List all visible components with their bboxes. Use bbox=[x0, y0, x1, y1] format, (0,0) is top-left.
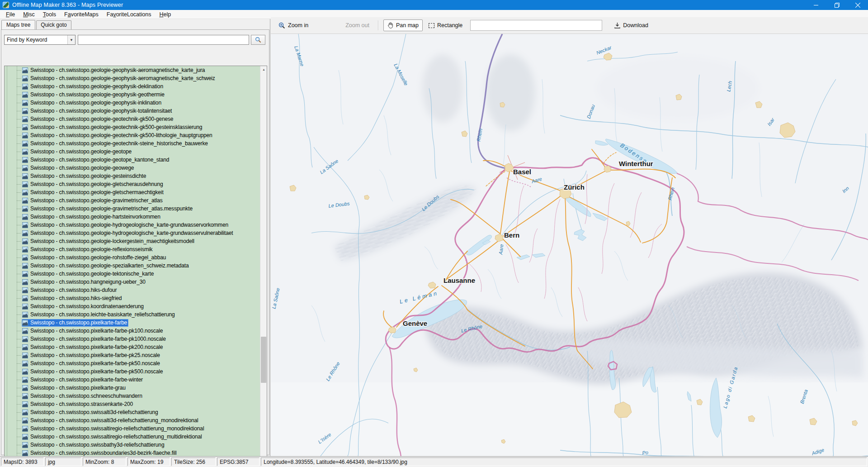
menu-item-favoritelocations[interactable]: FavoriteLocations bbox=[103, 10, 156, 19]
dashed-rectangle-icon bbox=[429, 23, 434, 28]
map-thumbnail-icon bbox=[22, 442, 28, 448]
zoom-in-button[interactable]: Zoom in bbox=[274, 19, 312, 32]
close-button-icon[interactable] bbox=[847, 0, 868, 10]
tree-connector bbox=[17, 396, 21, 396]
tree-item[interactable]: Swisstopo - ch.swisstopo.leichte-basiska… bbox=[5, 310, 260, 319]
menu-item-help[interactable]: Help bbox=[155, 10, 175, 19]
tree-item[interactable]: Swisstopo - ch.swisstopo.geologie-gravim… bbox=[5, 205, 260, 213]
tree-connector bbox=[17, 315, 21, 315]
menu-item-tools[interactable]: Tools bbox=[39, 10, 60, 19]
tree-scrollbar-thumb[interactable] bbox=[261, 337, 266, 383]
tree-item[interactable]: Swisstopo - ch.swisstopo.geologie-geotec… bbox=[5, 115, 260, 123]
tree-item[interactable]: Swisstopo - ch.swisstopo.geologie-geotec… bbox=[5, 123, 260, 131]
tree-item[interactable]: Swisstopo - ch.swisstopo.pixelkarte-farb… bbox=[5, 367, 260, 376]
menu-item-misc[interactable]: Misc bbox=[19, 10, 39, 19]
tree-item[interactable]: Swisstopo - ch.swisstopo.geologie-hartst… bbox=[5, 213, 260, 221]
tree-item-label: Swisstopo - ch.swisstopo.geologie-reflex… bbox=[30, 246, 152, 253]
tree-item[interactable]: Swisstopo - ch.swisstopo.swissalti3d-rel… bbox=[5, 416, 260, 424]
download-button[interactable]: Download bbox=[610, 19, 652, 31]
tree-item[interactable]: Swisstopo - ch.swisstopo.schneeschuhwand… bbox=[5, 392, 260, 400]
tree-item-label: Swisstopo - ch.swisstopo.swissboundaries… bbox=[30, 450, 177, 456]
zoom-out-button[interactable]: Zoom out bbox=[341, 19, 373, 31]
tree-item[interactable]: Swisstopo - ch.swisstopo.geologie-geophy… bbox=[5, 91, 260, 99]
tree-item[interactable]: Swisstopo - ch.swisstopo.geologie-geotop… bbox=[5, 148, 260, 156]
map-thumbnail-icon bbox=[22, 92, 28, 98]
tree-item[interactable]: Swisstopo - ch.swisstopo.pixelkarte-farb… bbox=[5, 351, 260, 359]
tree-item[interactable]: Swisstopo - ch.swisstopo.geologie-geophy… bbox=[5, 74, 260, 82]
title-bar[interactable]: Offline Map Maker 8.363 - Maps Previewer bbox=[0, 0, 868, 10]
tree-item[interactable]: Swisstopo - ch.swisstopo.swissbathy3d-re… bbox=[5, 441, 260, 449]
tree-item[interactable]: Swisstopo - ch.swisstopo.geologie-gletsc… bbox=[5, 180, 260, 188]
tree-item-label: Swisstopo - ch.swisstopo.geologie-geotec… bbox=[30, 140, 208, 147]
tree-item[interactable]: Swisstopo - ch.swisstopo.geologie-locker… bbox=[5, 237, 260, 245]
tree-item[interactable]: Swisstopo - ch.swisstopo.swissaltiregio-… bbox=[5, 424, 260, 433]
tree-item[interactable]: Swisstopo - ch.swisstopo.geologie-gletsc… bbox=[5, 188, 260, 196]
tree-connector bbox=[17, 363, 21, 364]
search-input[interactable] bbox=[78, 35, 249, 45]
map-thumbnail-icon bbox=[22, 190, 28, 195]
tree-item[interactable]: Swisstopo - ch.swisstopo.pixelkarte-farb… bbox=[5, 319, 260, 327]
pan-map-button[interactable]: Pan map bbox=[383, 19, 423, 31]
tree-guide-line bbox=[17, 66, 17, 467]
tree-scrollbar[interactable]: ▲ ▼ bbox=[260, 66, 267, 467]
search-button[interactable] bbox=[251, 35, 265, 45]
tree-item[interactable]: Swisstopo - ch.swisstopo.geologie-geotec… bbox=[5, 139, 260, 148]
maps-tree-page: Find by Keyword ▼ Swisstopo - ch.swissto… bbox=[1, 29, 269, 455]
tree-item[interactable]: Swisstopo - ch.swisstopo.pixelkarte-farb… bbox=[5, 359, 260, 367]
tree-item[interactable]: Swisstopo - ch.swisstopo.geologie-geophy… bbox=[5, 82, 260, 91]
tree-item[interactable]: Swisstopo - ch.swisstopo.geologie-tekton… bbox=[5, 270, 260, 278]
tree-item[interactable]: Swisstopo - ch.swisstopo.hiks-siegfried bbox=[5, 294, 260, 302]
restore-button-icon[interactable] bbox=[826, 0, 847, 10]
map-thumbnail-icon bbox=[22, 255, 28, 261]
map-thumbnail-icon bbox=[22, 76, 28, 81]
map-thumbnail-icon bbox=[22, 344, 28, 350]
tree-item[interactable]: Swisstopo - ch.swisstopo.swissalti3d-rel… bbox=[5, 408, 260, 416]
map-canvas[interactable]: La MarneLa MoselleNeckarDonauLechIsarRhe… bbox=[271, 34, 868, 456]
map-thumbnail-icon bbox=[22, 426, 28, 432]
tree-item[interactable]: Swisstopo - ch.swisstopo.geologie-geotop… bbox=[5, 156, 260, 164]
tree-item[interactable]: Swisstopo - ch.swisstopo.geologie-rohsto… bbox=[5, 253, 260, 262]
tree-item[interactable]: Swisstopo - ch.swisstopo.swissaltiregio-… bbox=[5, 433, 260, 441]
scroll-up-icon[interactable]: ▲ bbox=[260, 66, 267, 73]
tree-item-label: Swisstopo - ch.swisstopo.geologie-hartst… bbox=[30, 214, 160, 220]
map-thumbnail-icon bbox=[22, 198, 28, 204]
find-mode-select[interactable]: Find by Keyword ▼ bbox=[4, 35, 75, 45]
water-label: Aare bbox=[498, 244, 504, 255]
tree-item[interactable]: Swisstopo - ch.swisstopo.koordinatenaend… bbox=[5, 302, 260, 310]
minimize-button-icon[interactable] bbox=[806, 0, 826, 10]
tab-maps-tree[interactable]: Maps tree bbox=[1, 20, 35, 30]
chevron-down-icon[interactable]: ▼ bbox=[67, 35, 75, 44]
tree-item[interactable]: Swisstopo - ch.swisstopo.pixelkarte-farb… bbox=[5, 335, 260, 343]
tree-item[interactable]: Swisstopo - ch.swisstopo.geologie-gravim… bbox=[5, 196, 260, 205]
tree-item-label: Swisstopo - ch.swisstopo.pixelkarte-farb… bbox=[30, 360, 160, 367]
tree-item[interactable]: Swisstopo - ch.swisstopo.geologie-hydrog… bbox=[5, 221, 260, 229]
tab-quick-goto[interactable]: Quick goto bbox=[36, 20, 71, 29]
menu-item-file[interactable]: File bbox=[2, 10, 19, 19]
map-thumbnail-icon bbox=[22, 108, 28, 114]
tree-item[interactable]: Swisstopo - ch.swisstopo.geologie-hydrog… bbox=[5, 229, 260, 237]
tree-item-label: Swisstopo - ch.swisstopo.pixelkarte-farb… bbox=[30, 328, 163, 334]
tree-item[interactable]: Swisstopo - ch.swisstopo.strassenkarte-2… bbox=[5, 400, 260, 408]
tree-item[interactable]: Swisstopo - ch.swisstopo.geologie-reflex… bbox=[5, 245, 260, 253]
status-segment: Longitude=8.393555, Latitude=46.464349, … bbox=[261, 457, 867, 466]
rectangle-button[interactable]: Rectangle bbox=[425, 19, 467, 31]
tree-item[interactable]: Swisstopo - ch.swisstopo.geologie-spezia… bbox=[5, 262, 260, 270]
tree-item[interactable]: Swisstopo - ch.swisstopo.hangneigung-ueb… bbox=[5, 278, 260, 286]
tree-item[interactable]: Swisstopo - ch.swisstopo.geologie-geoweg… bbox=[5, 164, 260, 172]
tree-item[interactable]: Swisstopo - ch.swisstopo.pixelkarte-farb… bbox=[5, 376, 260, 384]
menu-item-favoritemaps[interactable]: FavoriteMaps bbox=[60, 10, 103, 19]
status-segment: TileSize: 256 bbox=[171, 457, 216, 466]
toolbar-input[interactable] bbox=[470, 20, 602, 31]
tree-item[interactable]: Swisstopo - ch.swisstopo.pixelkarte-farb… bbox=[5, 327, 260, 335]
magnifier-icon bbox=[255, 37, 261, 43]
tree-connector bbox=[17, 241, 21, 242]
tree-item[interactable]: Swisstopo - ch.swisstopo.geologie-geophy… bbox=[5, 107, 260, 115]
tree-item[interactable]: Swisstopo - ch.swisstopo.pixelkarte-farb… bbox=[5, 343, 260, 351]
tree-item[interactable]: Swisstopo - ch.swisstopo.geologie-gestei… bbox=[5, 172, 260, 180]
tree-item[interactable]: Swisstopo - ch.swisstopo.geologie-geophy… bbox=[5, 66, 260, 74]
tree-item[interactable]: Swisstopo - ch.swisstopo.geologie-geophy… bbox=[5, 99, 260, 107]
tree-item[interactable]: Swisstopo - ch.swisstopo.geologie-geotec… bbox=[5, 131, 260, 139]
tree-item[interactable]: Swisstopo - ch.swisstopo.pixelkarte-grau bbox=[5, 384, 260, 392]
tree-item-label: Swisstopo - ch.swisstopo.geologie-geotop… bbox=[30, 157, 169, 163]
tree-item[interactable]: Swisstopo - ch.swisstopo.hiks-dufour bbox=[5, 286, 260, 294]
